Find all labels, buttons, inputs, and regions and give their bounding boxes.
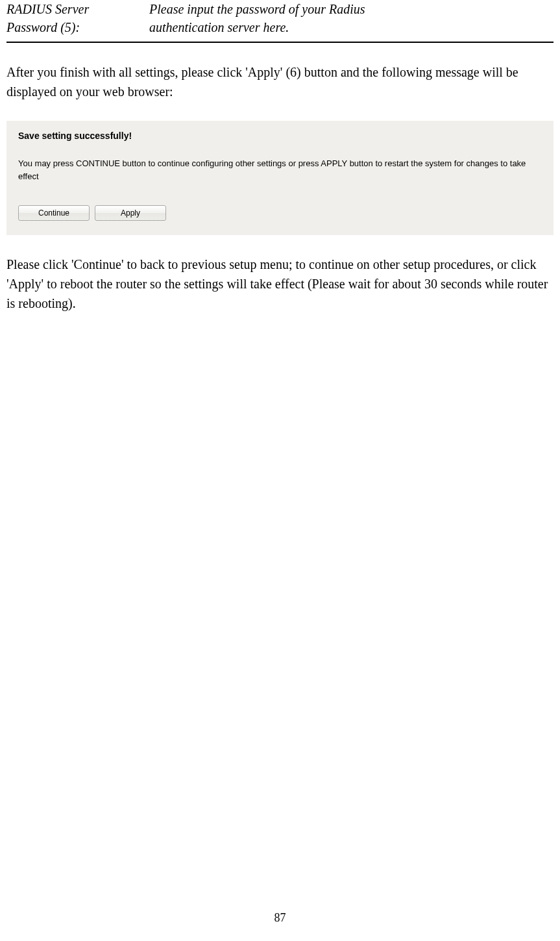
apply-button[interactable]: Apply — [95, 205, 166, 221]
continue-button[interactable]: Continue — [18, 205, 90, 221]
page-number: 87 — [0, 911, 560, 925]
term-line2: Password (5): — [6, 20, 80, 34]
desc-line1: Please input the password of your Radius — [149, 2, 365, 16]
desc-line2: authentication server here. — [149, 20, 289, 34]
definition-desc: Please input the password of your Radius… — [149, 0, 554, 36]
definition-term: RADIUS Server Password (5): — [6, 0, 149, 36]
screenshot-title: Save setting successfully! — [18, 131, 542, 141]
paragraph-2: Please click 'Continue' to back to previ… — [6, 255, 554, 313]
paragraph-1: After you finish with all settings, plea… — [6, 62, 554, 101]
screenshot-panel: Save setting successfully! You may press… — [6, 121, 554, 235]
screenshot-text: You may press CONTINUE button to continu… — [18, 157, 542, 182]
definition-row: RADIUS Server Password (5): Please input… — [6, 0, 554, 43]
button-row: Continue Apply — [18, 205, 542, 221]
term-line1: RADIUS Server — [6, 2, 89, 16]
